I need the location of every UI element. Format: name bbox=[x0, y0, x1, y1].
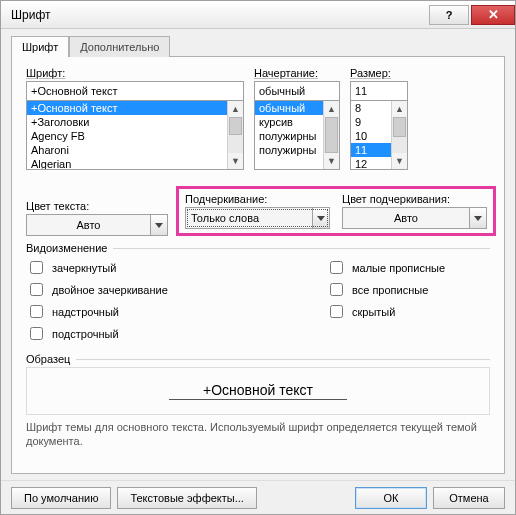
client-area: Шрифт Дополнительно Шрифт: +Основной тек… bbox=[1, 29, 515, 480]
underline-style-combo[interactable]: Только слова bbox=[185, 207, 330, 229]
text-color-column: Цвет текста: Авто bbox=[26, 200, 168, 236]
scroll-track[interactable] bbox=[324, 117, 339, 153]
scroll-track[interactable] bbox=[392, 117, 407, 153]
underline-color-label: Цвет подчеркивания: bbox=[342, 193, 487, 205]
text-color-label: Цвет текста: bbox=[26, 200, 168, 212]
scroll-thumb[interactable] bbox=[229, 117, 242, 135]
scrollbar[interactable]: ▲ ▼ bbox=[391, 101, 407, 169]
underline-color-combo[interactable]: Авто bbox=[342, 207, 487, 229]
text-color-combo[interactable]: Авто bbox=[26, 214, 168, 236]
sample-header: Образец bbox=[26, 353, 490, 365]
size-input[interactable] bbox=[350, 81, 408, 101]
font-input[interactable] bbox=[26, 81, 244, 101]
check-superscript[interactable]: надстрочный bbox=[26, 302, 326, 321]
underline-color-column: Цвет подчеркивания: Авто bbox=[342, 193, 487, 229]
check-strike[interactable]: зачеркнутый bbox=[26, 258, 326, 277]
scroll-thumb[interactable] bbox=[325, 117, 338, 153]
list-item[interactable]: Aharoni bbox=[27, 143, 243, 157]
dropdown-icon[interactable] bbox=[312, 208, 329, 228]
check-smallcaps[interactable]: малые прописные bbox=[326, 258, 445, 277]
font-listbox[interactable]: +Основной текст +Заголовки Agency FB Aha… bbox=[26, 100, 244, 170]
scroll-down-icon[interactable]: ▼ bbox=[392, 153, 407, 169]
list-item[interactable]: +Основной текст bbox=[27, 101, 243, 115]
dropdown-icon[interactable] bbox=[469, 208, 486, 228]
sample-preview: +Основной текст bbox=[26, 367, 490, 415]
cancel-button[interactable]: Отмена bbox=[433, 487, 505, 509]
check-double-strike[interactable]: двойное зачеркивание bbox=[26, 280, 326, 299]
scroll-up-icon[interactable]: ▲ bbox=[228, 101, 243, 117]
effects-checks: зачеркнутый двойное зачеркивание надстро… bbox=[26, 258, 490, 343]
style-column: Начертание: обычный курсив полужирны пол… bbox=[254, 67, 340, 170]
underline-style-label: Подчеркивание: bbox=[185, 193, 330, 205]
window-title: Шрифт bbox=[11, 8, 429, 22]
tab-advanced[interactable]: Дополнительно bbox=[69, 36, 170, 57]
scroll-track[interactable] bbox=[228, 117, 243, 153]
check-hidden[interactable]: скрытый bbox=[326, 302, 445, 321]
underline-highlight: Подчеркивание: Только слова Цвет подчерк… bbox=[176, 186, 496, 236]
tab-strip: Шрифт Дополнительно bbox=[11, 35, 505, 56]
style-input[interactable] bbox=[254, 81, 340, 101]
style-listbox[interactable]: обычный курсив полужирны полужирны ▲ ▼ bbox=[254, 100, 340, 170]
tab-panel: Шрифт: +Основной текст +Заголовки Agency… bbox=[11, 56, 505, 474]
font-style-size-row: Шрифт: +Основной текст +Заголовки Agency… bbox=[26, 67, 490, 170]
titlebar: Шрифт ? ✕ bbox=[1, 1, 515, 29]
scrollbar[interactable]: ▲ ▼ bbox=[227, 101, 243, 169]
scroll-down-icon[interactable]: ▼ bbox=[228, 153, 243, 169]
divider bbox=[76, 359, 490, 360]
scrollbar[interactable]: ▲ ▼ bbox=[323, 101, 339, 169]
set-default-button[interactable]: По умолчанию bbox=[11, 487, 111, 509]
footnote-text: Шрифт темы для основного текста. Использ… bbox=[26, 421, 490, 449]
size-column: Размер: 8 9 10 11 12 ▲ ▼ bbox=[350, 67, 408, 170]
style-label: Начертание: bbox=[254, 67, 340, 79]
underline-style-value: Только слова bbox=[186, 212, 312, 224]
close-button[interactable]: ✕ bbox=[471, 5, 515, 25]
effects-label: Видоизменение bbox=[26, 242, 107, 254]
list-item[interactable]: Algerian bbox=[27, 157, 243, 170]
size-listbox[interactable]: 8 9 10 11 12 ▲ ▼ bbox=[350, 100, 408, 170]
help-button[interactable]: ? bbox=[429, 5, 469, 25]
effects-header: Видоизменение bbox=[26, 242, 490, 254]
list-item[interactable]: Agency FB bbox=[27, 129, 243, 143]
scroll-up-icon[interactable]: ▲ bbox=[324, 101, 339, 117]
divider bbox=[113, 248, 490, 249]
check-subscript[interactable]: подстрочный bbox=[26, 324, 326, 343]
font-dialog: Шрифт ? ✕ Шрифт Дополнительно Шрифт: +Ос… bbox=[0, 0, 516, 515]
ok-button[interactable]: ОК bbox=[355, 487, 427, 509]
size-label: Размер: bbox=[350, 67, 408, 79]
font-column: Шрифт: +Основной текст +Заголовки Agency… bbox=[26, 67, 244, 170]
scroll-up-icon[interactable]: ▲ bbox=[392, 101, 407, 117]
list-item[interactable]: +Заголовки bbox=[27, 115, 243, 129]
dialog-footer: По умолчанию Текстовые эффекты... ОК Отм… bbox=[1, 480, 515, 514]
color-underline-row: Цвет текста: Авто Подчеркивание: Только … bbox=[26, 178, 490, 236]
underline-color-value: Авто bbox=[343, 212, 469, 224]
underline-style-column: Подчеркивание: Только слова bbox=[185, 193, 330, 229]
scroll-thumb[interactable] bbox=[393, 117, 406, 137]
tab-font[interactable]: Шрифт bbox=[11, 36, 69, 57]
sample-text: +Основной текст bbox=[169, 382, 347, 400]
text-color-value: Авто bbox=[27, 219, 150, 231]
sample-label: Образец bbox=[26, 353, 70, 365]
font-label: Шрифт: bbox=[26, 67, 244, 79]
scroll-down-icon[interactable]: ▼ bbox=[324, 153, 339, 169]
dropdown-icon[interactable] bbox=[150, 215, 167, 235]
check-allcaps[interactable]: все прописные bbox=[326, 280, 445, 299]
text-effects-button[interactable]: Текстовые эффекты... bbox=[117, 487, 257, 509]
